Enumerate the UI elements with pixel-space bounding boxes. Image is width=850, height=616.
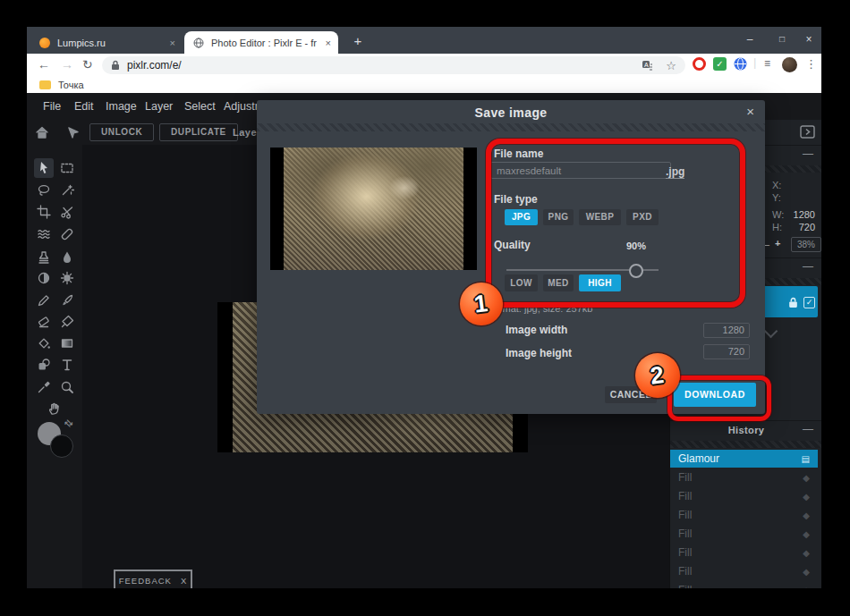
zoom-in-icon[interactable]: + [775, 238, 780, 249]
text-tool-icon[interactable] [57, 355, 77, 375]
image-height-label: Image height [506, 347, 572, 359]
history-item[interactable]: Fill ◆ [670, 506, 818, 524]
history-item[interactable]: Fill ◆ [670, 581, 818, 588]
browser-window: Lumpics.ru × Photo Editor : Pixlr E - fr… [27, 27, 821, 588]
picker-tool-icon[interactable] [34, 377, 54, 397]
annotation-step-1: 1 [460, 283, 503, 325]
clone-tool-icon[interactable] [34, 248, 54, 267]
image-height-input[interactable]: 720 [703, 344, 750, 359]
tab-close-icon[interactable]: × [326, 38, 331, 48]
history-panel-header: History — [670, 421, 821, 441]
new-tab-button[interactable]: + [349, 33, 367, 48]
collapse-panels-icon[interactable] [800, 125, 815, 142]
fill-tool-icon[interactable] [34, 333, 54, 353]
tab-label: Photo Editor : Pixlr E - free image [211, 38, 317, 48]
zoom-level-input[interactable]: 38% [791, 237, 821, 252]
feedback-label: FEEDBACK [119, 576, 172, 586]
bookmark-item[interactable]: Точка [58, 80, 84, 90]
menu-file[interactable]: File [43, 100, 61, 113]
arrange-tool-icon[interactable] [34, 158, 54, 178]
dodge-burn-tool-icon[interactable] [34, 268, 54, 288]
draw-tool-icon[interactable] [57, 291, 77, 310]
extension-globe-icon[interactable] [734, 57, 747, 74]
zoom-tool-icon[interactable] [57, 377, 77, 397]
image-width-input[interactable]: 1280 [703, 323, 750, 338]
extension-check-icon[interactable]: ✓ [713, 57, 727, 71]
hand-tool-icon[interactable] [45, 399, 64, 418]
address-bar[interactable]: pixlr.com/e/ A ☆ [102, 56, 685, 74]
swap-colors-icon[interactable]: ⇄ [62, 417, 76, 431]
fill-bucket-icon: ◆ [803, 586, 810, 589]
tab-lumpics[interactable]: Lumpics.ru × [30, 31, 183, 54]
blur-tool-icon[interactable] [57, 248, 77, 267]
back-icon[interactable]: ← [38, 57, 50, 72]
layer-lock-icon[interactable] [788, 296, 798, 312]
image-preview-frame [270, 148, 477, 270]
chevron-down-icon[interactable] [764, 325, 778, 339]
sharpen-tool-icon[interactable] [57, 268, 77, 288]
collapse-history-icon[interactable]: — [803, 423, 813, 435]
eraser-tool-icon[interactable] [34, 312, 54, 332]
duplicate-button[interactable]: DUPLICATE [159, 123, 238, 141]
heal-tool-icon[interactable] [57, 224, 77, 244]
reload-icon[interactable]: ↻ [82, 57, 93, 72]
bookmark-star-icon[interactable]: ☆ [666, 59, 676, 72]
tab-label: Lumpics.ru [57, 38, 106, 48]
annotation-step-2: 2 [635, 353, 680, 398]
svg-text:A: A [644, 62, 649, 68]
pointer-flag-icon[interactable] [63, 122, 82, 142]
window-minimize-button[interactable]: – [743, 33, 757, 46]
collapse-navigate-icon[interactable]: — [803, 148, 813, 160]
collapse-layers-icon[interactable]: — [803, 260, 813, 273]
tab-close-icon[interactable]: × [170, 38, 175, 48]
lumpics-favicon-icon [39, 38, 50, 48]
feedback-button[interactable]: FEEDBACK X [114, 570, 192, 588]
feedback-close[interactable]: X [181, 576, 187, 586]
history-item[interactable]: Fill ◆ [670, 525, 818, 543]
unlock-button[interactable]: UNLOCK [89, 123, 154, 141]
marquee-tool-icon[interactable] [57, 158, 77, 178]
fill-bucket-icon: ◆ [803, 548, 810, 558]
layer-visibility-checkbox[interactable]: ✓ [803, 297, 815, 308]
crop-tool-icon[interactable] [34, 202, 54, 222]
pencil-tool-icon[interactable] [34, 291, 54, 310]
chrome-menu-icon[interactable]: ⋮ [805, 57, 817, 71]
history-item[interactable]: Glamour ▤ [670, 450, 818, 468]
dialog-close-icon[interactable]: × [746, 104, 754, 119]
history-item[interactable]: Fill ◆ [670, 468, 818, 486]
lasso-tool-icon[interactable] [34, 181, 54, 200]
x-label: X: [772, 180, 781, 190]
translate-icon[interactable]: A [642, 60, 653, 72]
panel-hatch [670, 441, 821, 448]
cut-tool-icon[interactable] [57, 202, 77, 222]
history-entry-icon: ▤ [802, 454, 810, 464]
gradient-tool-icon[interactable] [57, 333, 77, 353]
tab-pixlr[interactable]: Photo Editor : Pixlr E - free image × [184, 31, 338, 54]
forward-icon[interactable]: → [61, 57, 73, 72]
window-maximize-button[interactable]: □ [775, 34, 789, 44]
tool-panel: ⇄ [27, 145, 82, 588]
wand-tool-icon[interactable] [57, 181, 77, 200]
tab-strip: Lumpics.ru × Photo Editor : Pixlr E - fr… [27, 27, 821, 54]
history-item[interactable]: Fill ◆ [670, 487, 818, 505]
background-color-swatch[interactable] [50, 435, 73, 458]
history-item[interactable]: Fill ◆ [670, 562, 818, 580]
menu-edit[interactable]: Edit [74, 100, 94, 113]
history-panel: History — Glamour ▤ Fill ◆ Fill ◆ Fill [670, 420, 821, 588]
fill-bucket-icon: ◆ [803, 529, 810, 539]
menu-select[interactable]: Select [184, 100, 216, 113]
home-icon[interactable] [32, 122, 52, 142]
extension-adblock-icon[interactable] [693, 57, 706, 71]
menu-image[interactable]: Image [106, 100, 137, 113]
y-label: Y: [772, 192, 781, 203]
preview-photo [284, 148, 463, 270]
media-list-icon[interactable]: ≡ [764, 57, 770, 70]
ink-tool-icon[interactable] [57, 312, 77, 332]
menu-layer[interactable]: Layer [145, 100, 173, 113]
profile-avatar[interactable] [782, 57, 797, 72]
window-close-button[interactable]: × [802, 33, 816, 46]
shape-tool-icon[interactable] [34, 355, 54, 375]
liquify-tool-icon[interactable] [34, 224, 54, 244]
h-value: 720 [779, 222, 815, 232]
history-item[interactable]: Fill ◆ [670, 544, 818, 561]
